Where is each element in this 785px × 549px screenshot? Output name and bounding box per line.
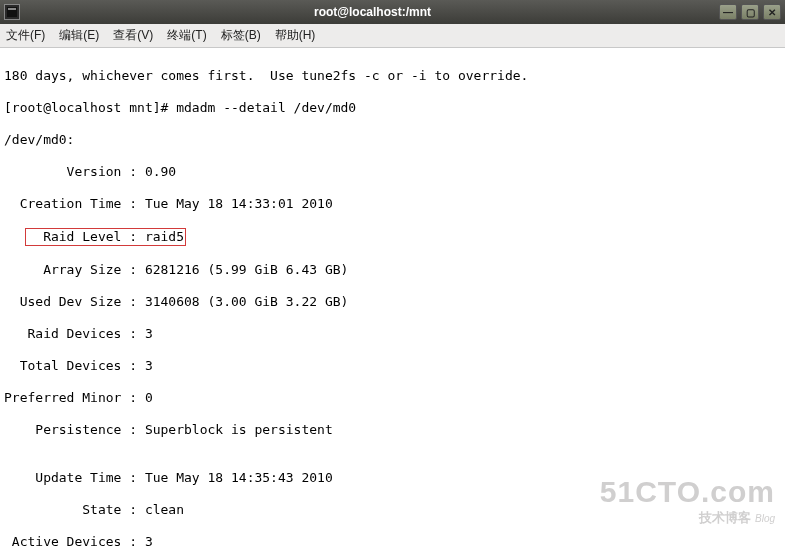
close-button[interactable]: ✕ [763, 4, 781, 20]
terminal-output[interactable]: 180 days, whichever comes first. Use tun… [0, 48, 785, 549]
raid-level-highlight: Raid Level : raid5 [4, 228, 781, 246]
output-line: Array Size : 6281216 (5.99 GiB 6.43 GB) [4, 262, 781, 278]
menu-view[interactable]: 查看(V) [113, 27, 153, 44]
menu-file[interactable]: 文件(F) [6, 27, 45, 44]
output-line: State : clean [4, 502, 781, 518]
output-line: Active Devices : 3 [4, 534, 781, 549]
output-line: /dev/md0: [4, 132, 781, 148]
menu-terminal[interactable]: 终端(T) [167, 27, 206, 44]
output-line: Used Dev Size : 3140608 (3.00 GiB 3.22 G… [4, 294, 781, 310]
output-line: Preferred Minor : 0 [4, 390, 781, 406]
output-line: 180 days, whichever comes first. Use tun… [4, 68, 781, 84]
window-title: root@localhost:/mnt [26, 5, 719, 19]
output-line: Raid Devices : 3 [4, 326, 781, 342]
maximize-button[interactable]: ▢ [741, 4, 759, 20]
svg-rect-1 [8, 8, 16, 10]
minimize-button[interactable]: — [719, 4, 737, 20]
output-line: Version : 0.90 [4, 164, 781, 180]
window-titlebar: root@localhost:/mnt — ▢ ✕ [0, 0, 785, 24]
menubar: 文件(F) 编辑(E) 查看(V) 终端(T) 标签(B) 帮助(H) [0, 24, 785, 48]
output-line: Update Time : Tue May 18 14:35:43 2010 [4, 470, 781, 486]
menu-help[interactable]: 帮助(H) [275, 27, 316, 44]
highlight-box: Raid Level : raid5 [25, 228, 186, 246]
terminal-icon [4, 4, 20, 20]
output-line: Creation Time : Tue May 18 14:33:01 2010 [4, 196, 781, 212]
output-line: [root@localhost mnt]# mdadm --detail /de… [4, 100, 781, 116]
menu-tabs[interactable]: 标签(B) [221, 27, 261, 44]
output-line: Persistence : Superblock is persistent [4, 422, 781, 438]
output-line: Total Devices : 3 [4, 358, 781, 374]
menu-edit[interactable]: 编辑(E) [59, 27, 99, 44]
